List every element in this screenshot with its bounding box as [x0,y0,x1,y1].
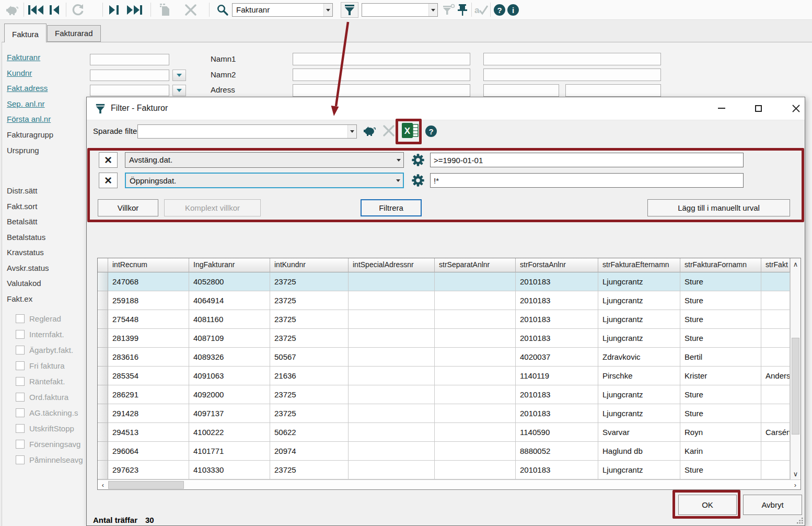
condition-2-dropdown-button[interactable] [393,174,403,187]
condition-1-options-gear-icon[interactable] [411,153,425,169]
condition-2-options-gear-icon[interactable] [411,173,425,190]
namn1-input-2[interactable] [483,53,661,65]
dialog-titlebar[interactable]: Filter - Fakturor [87,97,805,120]
go-last-icon[interactable] [125,2,143,18]
save-filter-pig-icon[interactable] [363,124,376,139]
column-header-strfakt[interactable]: strFakt [761,258,790,272]
pin-icon[interactable] [456,2,469,18]
avbryt-button[interactable]: Avbryt [743,495,802,515]
komplext-villkor-button[interactable]: Komplext villkor [164,199,261,216]
table-row-11[interactable]: 2976234103330237252010183LjungcrantzStur… [98,461,801,479]
row-selector-7[interactable] [98,385,108,404]
row-selector-4[interactable] [98,329,108,348]
fakt-adress-dropdown-button[interactable] [172,85,186,96]
scroll-down-button[interactable]: ∨ [791,468,801,479]
checkbox-internfakt[interactable] [16,330,25,339]
checkbox-p-minnelseavg[interactable] [16,455,25,464]
column-header-ingfakturanr[interactable]: IngFakturanr [189,258,270,272]
column-header-intspecialadressnr[interactable]: intSpecialAdressnr [349,258,435,272]
sidebar-link-f-rsta-anl-nr[interactable]: Första anl.nr [7,115,51,130]
sidebar-link-fakturanr[interactable]: Fakturanr [7,53,51,68]
search-field-combo[interactable]: Fakturanr [232,3,333,17]
resize-grip[interactable] [797,518,803,524]
kundnr-field[interactable] [90,70,169,81]
row-selector-5[interactable] [98,348,108,367]
condition-1-field-combo[interactable]: Avstäng.dat. [125,152,404,168]
row-selector-8[interactable] [98,404,108,423]
spellcheck-icon[interactable]: a [473,2,489,18]
maximize-button[interactable] [746,97,770,119]
table-row-1[interactable]: 2470684052800237252010183LjungcrantzStur… [98,272,801,291]
scroll-right-button[interactable]: › [790,480,801,490]
adress-input-3[interactable] [565,84,661,97]
table-row-9[interactable]: 2945134100222506221140590SvarvarRoynCars… [98,423,801,442]
table-row-6[interactable]: 2853544091063216361140119PirschkeKrister… [98,367,801,385]
filter-value-combo[interactable] [362,3,438,17]
scroll-left-button[interactable]: ‹ [98,480,108,490]
checkbox-ord-faktura[interactable] [16,393,25,402]
filtrera-button[interactable]: Filtrera [361,199,422,216]
filter-clear-icon[interactable] [442,2,456,18]
table-row-8[interactable]: 2914284097137237252010183LjungcrantzStur… [98,404,801,423]
sidebar-link-kundnr[interactable]: Kundnr [7,68,51,84]
refresh-icon[interactable] [70,2,86,18]
row-selector-9[interactable] [98,423,108,442]
remove-condition-1-button[interactable]: × [99,152,118,168]
checkbox-r-ntefakt[interactable] [16,377,25,386]
checkbox-fri-faktura[interactable] [16,361,25,370]
checkbox-utskriftstopp[interactable] [16,424,25,433]
help-icon[interactable]: ? [492,2,507,18]
vertical-scrollbar[interactable]: ∧ ∨ [790,258,801,479]
row-selector-10[interactable] [98,442,108,461]
table-row-5[interactable]: 2836164089326505674020037ZdravkovicBerti… [98,348,801,367]
fakturanr-field[interactable] [90,54,169,65]
namn1-input[interactable] [293,53,470,65]
table-row-3[interactable]: 2754484081160237252010183LjungcrantzStur… [98,310,801,329]
adress-input-2[interactable] [483,84,559,97]
table-row-2[interactable]: 2591884064914237252010183LjungcrantzStur… [98,291,801,310]
sidebar-link-fakt-adress[interactable]: Fakt.adress [7,84,51,99]
delete-filter-icon[interactable] [382,125,395,139]
checkbox-f-rseningsavg[interactable] [16,440,25,449]
table-row-4[interactable]: 2813994087109237252010183LjungcrantzStur… [98,329,801,348]
ok-button[interactable]: OK [678,495,737,515]
tab-fakturarad[interactable]: Fakturarad [47,25,101,42]
vertical-scroll-thumb[interactable] [792,338,799,434]
go-previous-icon[interactable] [48,2,62,18]
condition-1-value-input[interactable] [430,153,744,167]
row-selector-11[interactable] [98,461,108,479]
villkor-button[interactable]: Villkor [98,199,158,216]
remove-condition-2-button[interactable]: × [99,173,118,188]
info-icon[interactable]: i [506,2,520,18]
table-row-10[interactable]: 2960644101771209748880052Haglund dbKarin [98,442,801,461]
namn2-input[interactable] [293,68,470,81]
checkbox-garbyt-fakt[interactable] [16,346,25,355]
table-row-7[interactable]: 2862914092000237252010183LjungcrantzStur… [98,385,801,404]
tab-faktura[interactable]: Faktura [4,24,47,42]
go-first-icon[interactable] [27,2,45,18]
row-selector-6[interactable] [98,367,108,385]
horizontal-scroll-thumb[interactable] [108,481,184,489]
row-selector-2[interactable] [98,291,108,310]
checkbox-ag-t-ckning-s[interactable] [16,408,25,417]
namn2-input-2[interactable] [483,68,661,81]
column-header-strseparatanlnr[interactable]: strSeparatAnlnr [435,258,516,272]
horizontal-scrollbar[interactable]: ‹ › [98,479,801,489]
column-header-intkundnr[interactable]: intKundnr [270,258,349,272]
saved-filter-dropdown-button[interactable] [347,125,356,138]
saved-filter-combo[interactable] [137,124,357,139]
go-next-icon[interactable] [107,2,120,18]
column-header-strfakturafornamn[interactable]: strFakturaFornamn [680,258,761,272]
lagg-till-manuellt-urval-button[interactable]: Lägg till i manuellt urval [647,199,790,216]
condition-2-value-input[interactable] [430,173,744,188]
row-selector-3[interactable] [98,310,108,329]
paste-new-icon[interactable] [158,2,172,18]
checkbox-reglerad[interactable] [16,314,25,323]
scroll-up-button[interactable]: ∧ [791,258,801,270]
export-excel-icon[interactable]: X [401,122,419,141]
minimize-button[interactable] [710,97,734,119]
close-button[interactable] [784,97,808,119]
dialog-help-icon[interactable]: ? [425,125,437,137]
piggy-bank-icon[interactable] [4,2,20,18]
condition-2-field-combo[interactable]: Öppningsdat. [125,173,404,188]
